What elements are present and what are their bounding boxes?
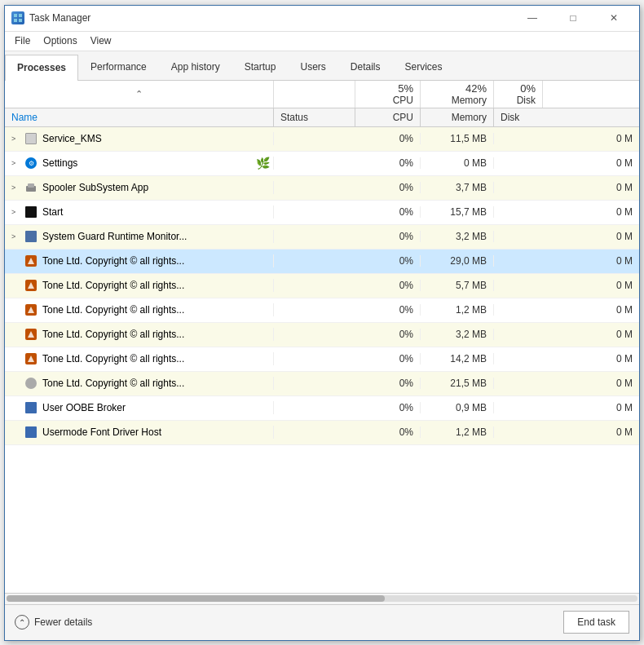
- row-disk-cell: 0 M: [494, 182, 639, 193]
- process-name: Tone Ltd. Copyright © all rights...: [42, 353, 270, 364]
- table-row[interactable]: > ⚙ Settings 🌿 0% 0 MB 0 M: [5, 152, 639, 176]
- disk-col-header[interactable]: Disk: [494, 108, 526, 126]
- row-mem-cell: 1,2 MB: [421, 304, 494, 316]
- window-controls: — □ ✕: [514, 6, 633, 31]
- expand-icon[interactable]: >: [11, 183, 23, 192]
- table-row[interactable]: Tone Ltd. Copyright © all rights... 0% 2…: [5, 372, 639, 396]
- row-mem-cell: 3,7 MB: [421, 182, 494, 193]
- process-name: Tone Ltd. Copyright © all rights...: [42, 280, 270, 291]
- row-cpu-cell: 0%: [355, 157, 421, 169]
- table-row[interactable]: Tone Ltd. Copyright © all rights... 0% 3…: [5, 323, 639, 347]
- tab-users[interactable]: Users: [288, 54, 337, 80]
- disk-pct-header: 0% Disk: [494, 81, 543, 108]
- row-cpu-cell: 0%: [355, 255, 421, 267]
- tab-processes[interactable]: Processes: [5, 55, 78, 81]
- process-icon-tone: [25, 304, 37, 316]
- status-col-header[interactable]: Status: [274, 108, 355, 126]
- table-row[interactable]: Tone Ltd. Copyright © all rights... 0% 1…: [5, 347, 639, 372]
- process-table-body: > Service_KMS 0% 11,5 MB 0 M > ⚙ Setting…: [5, 127, 639, 593]
- status-pct-spacer: [274, 81, 355, 108]
- cpu-col-header[interactable]: CPU: [355, 108, 421, 126]
- process-icon-kms: [25, 133, 37, 144]
- menu-file[interactable]: File: [8, 33, 37, 48]
- row-mem-cell: 5,7 MB: [421, 280, 494, 291]
- end-task-button[interactable]: End task: [563, 611, 629, 634]
- table-row[interactable]: > Service_KMS 0% 11,5 MB 0 M: [5, 127, 639, 152]
- row-mem-cell: 21,5 MB: [421, 378, 494, 389]
- table-row[interactable]: Tone Ltd. Copyright © all rights... 0% 2…: [5, 250, 639, 274]
- process-icon-tone: [25, 329, 37, 340]
- expand-icon[interactable]: >: [11, 208, 23, 216]
- table-row[interactable]: > Spooler SubSystem App 0% 3,7 MB 0 M: [5, 176, 639, 201]
- process-icon-tone: [25, 280, 37, 291]
- fewer-details-button[interactable]: ⌃ Fewer details: [15, 615, 92, 630]
- memory-col-header[interactable]: Memory: [421, 108, 494, 126]
- table-row[interactable]: > Start 0% 15,7 MB 0 M: [5, 201, 639, 225]
- process-icon-container: [24, 303, 37, 316]
- row-cpu-cell: 0%: [355, 133, 421, 144]
- cpu-pct-value: 5%: [398, 82, 413, 95]
- title-bar: Task Manager — □ ✕: [5, 6, 639, 32]
- svg-rect-1: [19, 14, 22, 17]
- row-mem-cell: 3,2 MB: [421, 329, 494, 340]
- tab-bar: Processes Performance App history Startu…: [5, 51, 639, 81]
- process-name: Start: [42, 206, 270, 218]
- process-name: User OOBE Broker: [42, 402, 270, 413]
- process-name: Usermode Font Driver Host: [42, 426, 270, 438]
- row-name-cell: Usermode Font Driver Host: [5, 426, 274, 439]
- table-row[interactable]: User OOBE Broker 0% 0,9 MB 0 M: [5, 396, 639, 421]
- sort-chevron-area: ⌃: [5, 81, 274, 108]
- cpu-pct-header: 5% CPU: [355, 81, 421, 108]
- process-icon-container: [24, 377, 37, 390]
- row-name-cell: > System Guard Runtime Monitor...: [5, 230, 274, 243]
- svg-rect-3: [19, 19, 22, 22]
- scroll-thumb[interactable]: [7, 595, 385, 602]
- table-row[interactable]: > System Guard Runtime Monitor... 0% 3,2…: [5, 225, 639, 250]
- mem-pct-value: 42%: [465, 82, 487, 95]
- maximize-button[interactable]: □: [554, 5, 592, 31]
- row-disk-cell: 0 M: [494, 231, 639, 242]
- tab-details[interactable]: Details: [338, 54, 393, 80]
- process-icon-container: [24, 181, 37, 194]
- table-row[interactable]: Tone Ltd. Copyright © all rights... 0% 1…: [5, 298, 639, 323]
- expand-icon[interactable]: >: [11, 159, 23, 167]
- row-disk-cell: 0 M: [494, 426, 639, 438]
- horizontal-scrollbar[interactable]: [5, 593, 639, 604]
- process-icon-container: [24, 132, 37, 145]
- row-cpu-cell: 0%: [355, 426, 421, 438]
- disk-label: Disk: [517, 95, 536, 106]
- menu-options[interactable]: Options: [37, 33, 83, 48]
- process-icon-settings: ⚙: [25, 157, 37, 169]
- svg-marker-10: [28, 356, 34, 362]
- row-name-cell: User OOBE Broker: [5, 401, 274, 414]
- table-row[interactable]: Tone Ltd. Copyright © all rights... 0% 5…: [5, 274, 639, 298]
- tab-startup[interactable]: Startup: [232, 54, 289, 80]
- tab-app-history[interactable]: App history: [159, 54, 232, 80]
- menu-view[interactable]: View: [84, 33, 118, 48]
- content-area: ⌃ 5% CPU 42% Memory 0% Disk Name Status: [5, 81, 639, 604]
- row-name-cell: Tone Ltd. Copyright © all rights...: [5, 377, 274, 390]
- table-row[interactable]: Usermode Font Driver Host 0% 1,2 MB 0 M: [5, 421, 639, 445]
- row-disk-cell: 0 M: [494, 133, 639, 144]
- app-icon: [11, 11, 24, 24]
- row-name-cell: > Service_KMS: [5, 132, 274, 145]
- tab-performance[interactable]: Performance: [78, 54, 159, 80]
- task-manager-window: Task Manager — □ ✕ File Options View Pro…: [4, 5, 640, 641]
- svg-marker-8: [28, 307, 34, 313]
- row-disk-cell: 0 M: [494, 378, 639, 389]
- svg-marker-7: [28, 282, 34, 289]
- row-cpu-cell: 0%: [355, 402, 421, 413]
- name-col-header[interactable]: Name: [5, 108, 274, 126]
- expand-icon[interactable]: >: [11, 232, 23, 241]
- tab-services[interactable]: Services: [393, 54, 455, 80]
- fewer-details-icon: ⌃: [15, 615, 29, 630]
- process-icon-container: ⚙: [24, 157, 37, 170]
- process-icon-container: [24, 205, 37, 219]
- close-button[interactable]: ✕: [595, 5, 633, 31]
- row-disk-cell: 0 M: [494, 329, 639, 340]
- row-disk-cell: 0 M: [494, 402, 639, 413]
- expand-icon[interactable]: >: [11, 135, 23, 143]
- minimize-button[interactable]: —: [514, 5, 551, 31]
- svg-marker-9: [28, 331, 34, 338]
- window-title: Task Manager: [29, 12, 514, 24]
